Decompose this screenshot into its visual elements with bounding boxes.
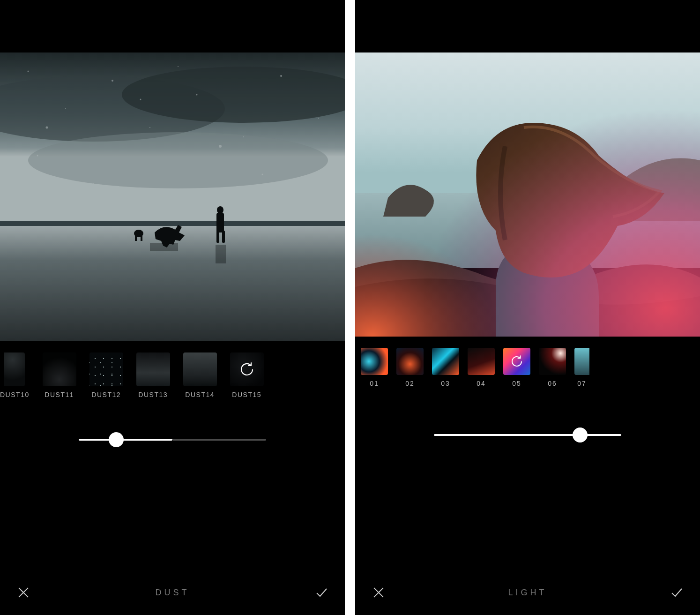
slider-knob[interactable] bbox=[573, 428, 588, 442]
filter-thumb-dust10[interactable]: DUST10 bbox=[0, 352, 30, 398]
filter-thumb-label: DUST15 bbox=[232, 391, 261, 398]
filter-thumb-label: DUST11 bbox=[45, 391, 74, 398]
filter-thumb-05[interactable]: 05 bbox=[503, 348, 530, 387]
footer-bar: DUST bbox=[0, 570, 345, 615]
filter-thumb-label: 01 bbox=[370, 380, 379, 387]
svg-rect-36 bbox=[355, 52, 700, 337]
filter-thumb-strip[interactable]: 01 02 03 04 05 bbox=[355, 337, 700, 402]
svg-rect-32 bbox=[0, 52, 345, 341]
filter-thumb-06[interactable]: 06 bbox=[539, 348, 566, 387]
preview-image[interactable] bbox=[0, 52, 345, 341]
confirm-button[interactable] bbox=[666, 582, 687, 603]
filter-thumb-07[interactable]: 07 bbox=[574, 348, 589, 387]
filter-thumb-label: 02 bbox=[405, 380, 415, 387]
effect-title: DUST bbox=[156, 588, 190, 598]
filter-thumb-label: 04 bbox=[477, 380, 486, 387]
filter-thumb-label: DUST10 bbox=[0, 391, 30, 398]
cancel-button[interactable] bbox=[368, 582, 389, 603]
filter-thumb-label: DUST14 bbox=[185, 391, 215, 398]
filter-thumb-04[interactable]: 04 bbox=[468, 348, 495, 387]
phone-panel-light: 01 02 03 04 05 bbox=[355, 0, 700, 615]
filter-thumb-label: 05 bbox=[512, 380, 521, 387]
preview-image[interactable] bbox=[355, 52, 700, 337]
filter-thumb-label: DUST12 bbox=[91, 391, 121, 398]
reset-icon bbox=[230, 352, 264, 386]
filter-thumb-label: DUST13 bbox=[138, 391, 168, 398]
filter-thumb-label: 07 bbox=[577, 380, 587, 387]
filter-thumb-01[interactable]: 01 bbox=[361, 348, 388, 387]
filter-thumb-strip[interactable]: DUST10 DUST11 DUST12 DUST13 DUST14 bbox=[0, 341, 345, 407]
filter-thumb-dust11[interactable]: DUST11 bbox=[43, 352, 76, 398]
footer-bar: LIGHT bbox=[355, 570, 700, 615]
filter-thumb-dust15[interactable]: DUST15 bbox=[230, 352, 264, 398]
filter-thumb-dust12[interactable]: DUST12 bbox=[89, 352, 123, 398]
top-bar bbox=[355, 0, 700, 52]
filter-thumb-label: 06 bbox=[548, 380, 557, 387]
filter-thumb-dust13[interactable]: DUST13 bbox=[136, 352, 170, 398]
top-bar bbox=[0, 0, 345, 52]
reset-icon bbox=[503, 348, 530, 375]
effect-title: LIGHT bbox=[508, 588, 547, 598]
filter-thumb-dust14[interactable]: DUST14 bbox=[183, 352, 217, 398]
confirm-button[interactable] bbox=[311, 582, 332, 603]
filter-thumb-02[interactable]: 02 bbox=[396, 348, 424, 387]
intensity-slider[interactable] bbox=[355, 402, 700, 468]
filter-thumb-label: 03 bbox=[441, 380, 450, 387]
filter-thumb-03[interactable]: 03 bbox=[432, 348, 459, 387]
intensity-slider[interactable] bbox=[0, 407, 345, 472]
slider-knob[interactable] bbox=[109, 432, 124, 447]
cancel-button[interactable] bbox=[13, 582, 34, 603]
phone-panel-dust: DUST10 DUST11 DUST12 DUST13 DUST14 bbox=[0, 0, 345, 615]
